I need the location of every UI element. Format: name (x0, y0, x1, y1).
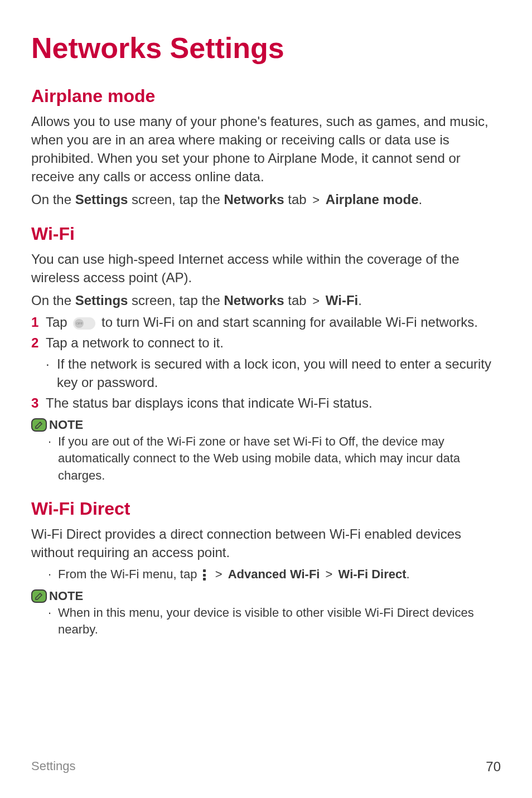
toggle-off-icon (73, 317, 95, 330)
step-body: Tap a network to connect to it. (46, 333, 501, 352)
chevron-icon: > (312, 192, 320, 209)
wifi-heading: Wi-Fi (31, 224, 501, 244)
note-header: NOTE (31, 418, 501, 432)
wifi-note: NOTE · If you are out of the Wi-Fi zone … (31, 418, 501, 484)
bullet-dot: · (48, 604, 58, 621)
note-label: NOTE (49, 589, 83, 603)
chevron-icon: > (312, 293, 320, 309)
text-fragment: screen, tap the (128, 293, 224, 308)
step-number: 2 (31, 333, 46, 352)
step-1: 1 Tap to turn Wi-Fi on and start scannin… (31, 313, 501, 331)
note-text: When in this menu, your device is visibl… (58, 604, 501, 639)
menu-dots-icon (203, 569, 207, 581)
bullet-dot: · (46, 355, 57, 373)
airplane-mode-body: Allows you to use many of your phone's f… (31, 112, 501, 186)
text-fragment: On the (31, 192, 75, 207)
settings-label: Settings (75, 293, 128, 308)
text-fragment: From the Wi-Fi menu, tap (58, 567, 201, 581)
step-2: 2 Tap a network to connect to it. (31, 333, 501, 352)
text-fragment: tab (284, 293, 311, 308)
page-number: 70 (486, 759, 501, 775)
bullet-dot: · (48, 433, 58, 450)
airplane-mode-target: Airplane mode (326, 192, 419, 207)
airplane-mode-instruction: On the Settings screen, tap the Networks… (31, 190, 501, 209)
networks-label: Networks (224, 293, 284, 308)
text-fragment: to turn Wi-Fi on and start scanning for … (98, 315, 478, 330)
note-text: If you are out of the Wi-Fi zone or have… (58, 433, 501, 484)
wifi-body: You can use high-speed Internet access w… (31, 250, 501, 287)
sub-body: If the network is secured with a lock ic… (57, 355, 501, 391)
note-header: NOTE (31, 589, 501, 603)
note-pencil-icon (31, 589, 47, 603)
text-fragment: . (358, 293, 362, 308)
wifi-direct-instruction: · From the Wi-Fi menu, tap > Advanced Wi… (31, 566, 501, 583)
chevron-icon: > (215, 566, 223, 583)
text-fragment: screen, tap the (128, 192, 224, 207)
wifi-direct-note: NOTE · When in this menu, your device is… (31, 589, 501, 639)
note-bullet: · If you are out of the Wi-Fi zone or ha… (31, 433, 501, 484)
text-fragment: Tap (46, 315, 71, 330)
wifi-target: Wi-Fi (326, 293, 358, 308)
wifi-direct-body: Wi-Fi Direct provides a direct connectio… (31, 525, 501, 562)
step-2-sub: · If the network is secured with a lock … (31, 355, 501, 391)
step-number: 3 (31, 394, 46, 412)
page-footer: Settings 70 (31, 759, 501, 775)
step-body: The status bar displays icons that indic… (46, 394, 501, 412)
instruction-body: From the Wi-Fi menu, tap > Advanced Wi-F… (58, 566, 501, 583)
wifi-steps: 1 Tap to turn Wi-Fi on and start scannin… (31, 313, 501, 412)
networks-label: Networks (224, 192, 284, 207)
text-fragment: On the (31, 293, 75, 308)
advanced-wifi-label: Advanced Wi-Fi (228, 567, 320, 581)
text-fragment: . (407, 567, 410, 581)
settings-label: Settings (75, 192, 128, 207)
page-title: Networks Settings (31, 31, 501, 65)
text-fragment: tab (284, 192, 311, 207)
wifi-direct-target: Wi-Fi Direct (338, 567, 407, 581)
note-bullet: · When in this menu, your device is visi… (31, 604, 501, 639)
bullet-dot: · (48, 566, 58, 583)
note-label: NOTE (49, 418, 83, 432)
wifi-instruction: On the Settings screen, tap the Networks… (31, 291, 501, 309)
text-fragment: . (419, 192, 423, 207)
wifi-direct-heading: Wi-Fi Direct (31, 499, 501, 519)
note-pencil-icon (31, 418, 47, 432)
footer-section: Settings (31, 759, 76, 775)
step-body: Tap to turn Wi-Fi on and start scanning … (46, 313, 501, 331)
airplane-mode-heading: Airplane mode (31, 86, 501, 107)
step-3: 3 The status bar displays icons that ind… (31, 394, 501, 412)
step-number: 1 (31, 313, 46, 331)
chevron-icon: > (326, 566, 333, 583)
